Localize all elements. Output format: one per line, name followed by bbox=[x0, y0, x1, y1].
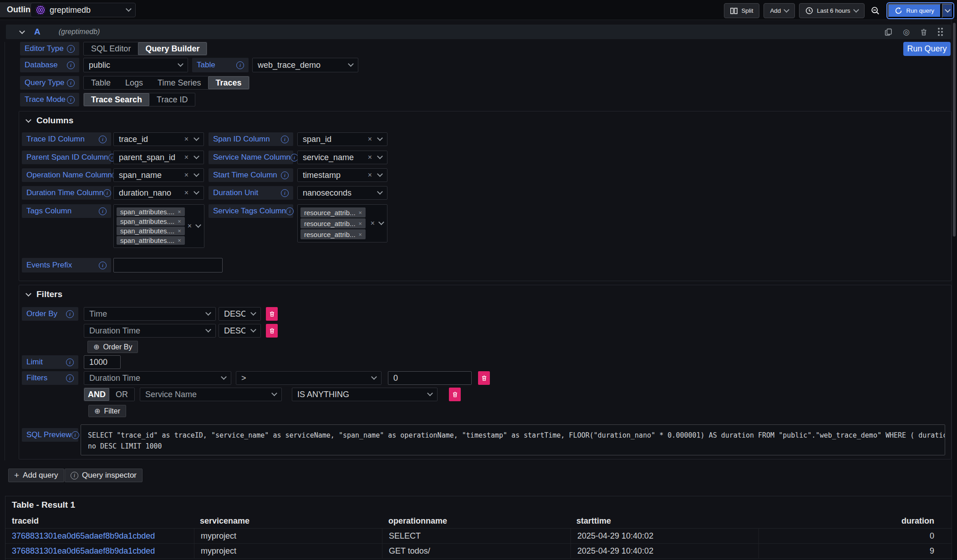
add-order-by-button[interactable]: ⊕ Order By bbox=[87, 341, 138, 353]
clear-icon[interactable]: × bbox=[184, 172, 188, 179]
info-icon[interactable]: i bbox=[66, 310, 74, 318]
filter-field-select-1[interactable]: Duration Time bbox=[84, 371, 231, 385]
option-sql-editor[interactable]: SQL Editor bbox=[84, 42, 138, 55]
info-icon[interactable]: i bbox=[103, 189, 111, 197]
remove-chip-icon[interactable]: × bbox=[178, 209, 181, 215]
remove-chip-icon[interactable]: × bbox=[359, 210, 362, 216]
query-inspector-button[interactable]: i Query inspector bbox=[65, 469, 143, 482]
clear-icon[interactable]: × bbox=[368, 136, 372, 143]
add-dropdown-button[interactable]: Add bbox=[764, 3, 795, 18]
col-header-duration[interactable]: duration bbox=[901, 516, 934, 526]
filters-section-header[interactable]: Filters bbox=[26, 289, 62, 299]
service-name-column-select[interactable]: service_name × bbox=[297, 151, 387, 164]
parent-span-id-column-select[interactable]: parent_span_id × bbox=[113, 151, 204, 164]
trace-id-column-select[interactable]: trace_id × bbox=[113, 132, 204, 146]
query-row-header[interactable]: A (greptimedb) ◎ bbox=[6, 25, 951, 39]
info-icon[interactable]: i bbox=[286, 207, 294, 215]
info-icon[interactable]: i bbox=[66, 358, 74, 366]
info-icon[interactable]: i bbox=[67, 61, 75, 69]
clear-icon[interactable]: × bbox=[184, 136, 188, 143]
remove-chip-icon[interactable]: × bbox=[178, 218, 181, 224]
toggle-visibility-icon[interactable]: ◎ bbox=[903, 27, 910, 37]
collapse-caret-icon[interactable] bbox=[19, 28, 25, 34]
tags-column-multiselect[interactable]: span_attributes....× span_attributes....… bbox=[113, 204, 204, 248]
remove-query-icon[interactable] bbox=[920, 28, 927, 36]
table-select[interactable]: web_trace_demo bbox=[252, 58, 358, 72]
duration-unit-select[interactable]: nanoseconds bbox=[297, 186, 387, 200]
info-icon[interactable]: i bbox=[281, 136, 289, 143]
remove-chip-icon[interactable]: × bbox=[359, 221, 362, 227]
time-range-picker[interactable]: Last 6 hours bbox=[799, 3, 864, 18]
remove-filter-button-1[interactable] bbox=[478, 371, 490, 385]
start-time-column-select[interactable]: timestamp × bbox=[297, 168, 387, 182]
service-tags-column-multiselect[interactable]: resource_attrib...× resource_attrib...× … bbox=[297, 204, 387, 242]
editor-run-query-button[interactable]: Run Query bbox=[903, 42, 951, 56]
events-prefix-input[interactable] bbox=[113, 258, 223, 272]
remove-chip-icon[interactable]: × bbox=[359, 232, 362, 237]
info-icon[interactable]: i bbox=[66, 374, 74, 382]
trace-id-link[interactable]: 3768831301ea0d65adaef8b9da1cbded bbox=[12, 546, 155, 556]
clear-all-icon[interactable]: × bbox=[188, 222, 192, 230]
trace-id-link[interactable]: 3768831301ea0d65adaef8b9da1cbded bbox=[12, 531, 155, 541]
columns-section-header[interactable]: Columns bbox=[26, 116, 73, 126]
clear-icon[interactable]: × bbox=[184, 189, 188, 197]
info-icon[interactable]: i bbox=[281, 172, 289, 179]
option-time-series[interactable]: Time Series bbox=[150, 76, 208, 89]
drag-handle-icon[interactable] bbox=[938, 28, 943, 36]
option-table[interactable]: Table bbox=[84, 76, 118, 89]
add-query-button[interactable]: + Add query bbox=[8, 469, 64, 482]
info-icon[interactable]: i bbox=[67, 45, 75, 53]
info-icon[interactable]: i bbox=[71, 431, 79, 439]
option-traces[interactable]: Traces bbox=[208, 76, 249, 89]
limit-input[interactable] bbox=[84, 355, 121, 369]
option-or[interactable]: OR bbox=[109, 388, 134, 401]
page-scrollbar[interactable] bbox=[952, 20, 957, 560]
filter-value-input-1[interactable] bbox=[388, 371, 472, 385]
info-icon[interactable]: i bbox=[99, 136, 107, 143]
col-header-starttime[interactable]: starttime bbox=[576, 516, 611, 526]
filter-operator-select-1[interactable]: > bbox=[236, 371, 382, 385]
info-icon[interactable]: i bbox=[281, 189, 289, 197]
option-trace-search[interactable]: Trace Search bbox=[84, 93, 149, 106]
info-icon[interactable]: i bbox=[99, 262, 107, 269]
filter-field-select-2[interactable]: Service Name bbox=[140, 388, 282, 401]
order-by-field-select-1[interactable]: Time bbox=[84, 307, 216, 321]
duration-time-column-select[interactable]: duration_nano × bbox=[113, 186, 204, 200]
clear-icon[interactable]: × bbox=[184, 154, 188, 161]
filter-operator-select-2[interactable]: IS ANYTHING bbox=[292, 388, 438, 401]
remove-order-by-button-2[interactable] bbox=[266, 324, 278, 338]
run-query-interval-dropdown[interactable] bbox=[942, 4, 953, 18]
duplicate-query-icon[interactable] bbox=[885, 28, 892, 36]
database-select[interactable]: public bbox=[83, 58, 188, 72]
option-and[interactable]: AND bbox=[84, 388, 109, 401]
run-query-button[interactable]: Run query bbox=[888, 4, 942, 18]
order-by-direction-select-2[interactable]: DESC bbox=[219, 324, 261, 338]
info-icon[interactable]: i bbox=[236, 61, 244, 69]
col-header-traceid[interactable]: traceid bbox=[12, 516, 39, 526]
add-filter-button[interactable]: ⊕ Filter bbox=[88, 405, 126, 417]
datasource-picker[interactable]: greptimedb bbox=[31, 3, 136, 17]
remove-order-by-button-1[interactable] bbox=[266, 307, 278, 321]
results-panel: Table - Result 1 traceid servicename ope… bbox=[5, 496, 952, 560]
remove-chip-icon[interactable]: × bbox=[178, 237, 181, 243]
option-logs[interactable]: Logs bbox=[118, 76, 150, 89]
clear-icon[interactable]: × bbox=[368, 172, 372, 179]
info-icon[interactable]: i bbox=[67, 79, 75, 87]
clear-icon[interactable]: × bbox=[368, 154, 372, 161]
scrollbar-thumb[interactable] bbox=[953, 23, 956, 237]
info-icon[interactable]: i bbox=[99, 207, 107, 215]
col-header-servicename[interactable]: servicename bbox=[200, 516, 249, 526]
order-by-field-select-2[interactable]: Duration Time bbox=[84, 324, 216, 338]
zoom-out-time-button[interactable] bbox=[869, 3, 882, 18]
remove-chip-icon[interactable]: × bbox=[178, 228, 181, 234]
info-icon[interactable]: i bbox=[67, 96, 75, 104]
col-header-operationname[interactable]: operationname bbox=[388, 516, 447, 526]
span-id-column-select[interactable]: span_id × bbox=[297, 132, 387, 146]
option-query-builder[interactable]: Query Builder bbox=[138, 42, 207, 55]
order-by-direction-select-1[interactable]: DESC bbox=[219, 307, 261, 321]
operation-name-column-select[interactable]: span_name × bbox=[113, 168, 204, 182]
clear-all-icon[interactable]: × bbox=[371, 220, 375, 227]
split-button[interactable]: Split bbox=[724, 3, 759, 18]
remove-filter-button-2[interactable] bbox=[449, 388, 461, 401]
option-trace-id[interactable]: Trace ID bbox=[149, 93, 195, 106]
